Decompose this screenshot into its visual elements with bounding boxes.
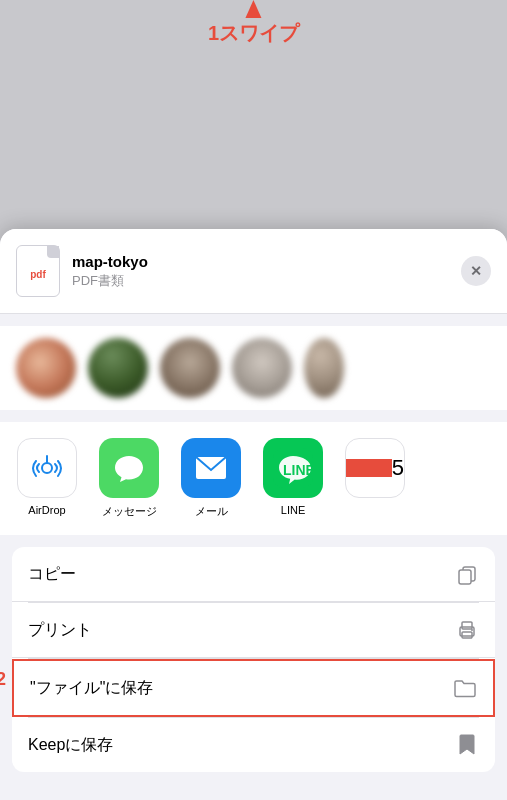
copy-label: コピー [28, 564, 76, 585]
airdrop-icon-bg [17, 438, 77, 498]
svg-rect-7 [462, 622, 472, 629]
line-icon-bg: LINE [263, 438, 323, 498]
action-save-keep[interactable]: Keepに保存 [12, 718, 495, 772]
action-save-files[interactable]: "ファイル"に保存 [12, 659, 495, 717]
airdrop-svg [29, 450, 65, 486]
app-item-line[interactable]: LINE LINE [258, 438, 328, 516]
file-type: PDF書類 [72, 272, 449, 290]
messages-icon-bg [99, 438, 159, 498]
print-icon [455, 618, 479, 642]
app-item-messages[interactable]: メッセージ [94, 438, 164, 519]
avatar [304, 338, 344, 398]
pdf-label: pdf [30, 269, 46, 280]
mail-icon-bg [181, 438, 241, 498]
svg-point-9 [471, 629, 473, 631]
close-button[interactable]: ✕ [461, 256, 491, 286]
app-item-mail[interactable]: メール [176, 438, 246, 519]
svg-rect-8 [462, 632, 472, 638]
step2-label: 2 [0, 669, 6, 690]
svg-point-0 [42, 463, 52, 473]
save-files-label: "ファイル"に保存 [30, 678, 153, 699]
folder-icon [453, 676, 477, 700]
avatar [160, 338, 220, 398]
svg-text:LINE: LINE [283, 462, 313, 478]
bottom-spacer [0, 780, 507, 800]
people-row [0, 326, 507, 410]
annotation-label: 1スワイプ [208, 20, 299, 47]
app-item-calendar[interactable]: 5 [340, 438, 410, 498]
app-label-mail: メール [195, 504, 228, 519]
apps-row: AirDrop メッセージ メール [12, 438, 495, 519]
print-label: プリント [28, 620, 92, 641]
calendar-date: 5 [392, 455, 404, 481]
svg-rect-5 [459, 570, 471, 584]
app-item-airdrop[interactable]: AirDrop [12, 438, 82, 516]
messages-svg [111, 450, 147, 486]
apps-section: AirDrop メッセージ メール [0, 422, 507, 535]
app-label-airdrop: AirDrop [28, 504, 65, 516]
mail-svg [193, 453, 229, 483]
avatar [232, 338, 292, 398]
avatar [88, 338, 148, 398]
swipe-annotation: 1スワイプ [208, 0, 299, 47]
arrow-icon [246, 0, 262, 18]
action-list: コピー プリント [12, 547, 495, 772]
copy-icon [455, 562, 479, 586]
app-label-messages: メッセージ [102, 504, 157, 519]
file-info: map-tokyo PDF書類 [72, 253, 449, 290]
pdf-icon: pdf [16, 245, 60, 297]
action-print[interactable]: プリント [12, 603, 495, 658]
actions-wrapper: 2 コピー プリント [0, 547, 507, 772]
share-sheet: pdf map-tokyo PDF書類 ✕ [0, 229, 507, 800]
file-header: pdf map-tokyo PDF書類 ✕ [0, 229, 507, 314]
app-label-line: LINE [281, 504, 305, 516]
file-name: map-tokyo [72, 253, 449, 270]
bookmark-icon [455, 733, 479, 757]
line-svg: LINE [273, 448, 313, 488]
calendar-icon-bg: 5 [345, 438, 405, 498]
keep-label: Keepに保存 [28, 735, 113, 756]
action-copy[interactable]: コピー [12, 547, 495, 602]
avatar [16, 338, 76, 398]
